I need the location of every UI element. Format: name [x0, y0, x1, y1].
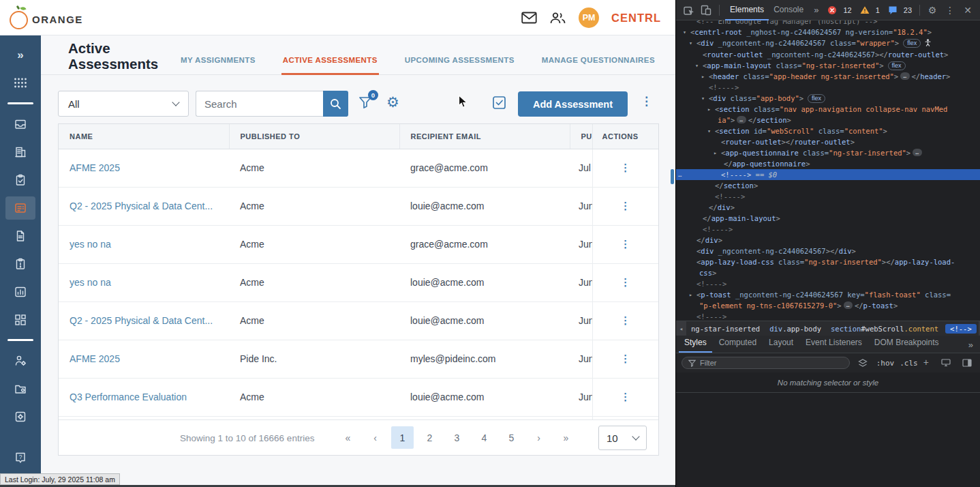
sidebar-item-widgets[interactable]	[5, 308, 35, 331]
dom-tree-line[interactable]: ▸<section class="nav app-navigation coll…	[676, 104, 980, 115]
assessment-name-link[interactable]: Q2 - 2025 Physical & Data Cent...	[70, 315, 213, 326]
sidebar-item-upcoming[interactable]	[5, 252, 35, 276]
assessment-name-link[interactable]: AFME 2025	[70, 162, 120, 173]
devtools-close-icon[interactable]: ✕	[960, 2, 976, 18]
dom-tree-line[interactable]: </section>	[676, 180, 980, 191]
first-page-button[interactable]: «	[337, 426, 359, 449]
styles-tab-event-listeners[interactable]: Event Listeners	[800, 334, 868, 353]
sidebar-item-organizations[interactable]	[5, 141, 35, 164]
expand-arrow-closed-icon[interactable]: ▸	[707, 104, 715, 115]
filter-dropdown[interactable]: All	[58, 91, 189, 117]
sidebar-item-apps[interactable]	[5, 72, 35, 95]
device-toolbar-icon[interactable]	[699, 2, 714, 18]
contacts-icon[interactable]	[549, 12, 566, 25]
dom-tree-line[interactable]: <!---->	[676, 191, 980, 202]
dom-tree-line[interactable]: <router-outlet _ngcontent-ng-c2440624567…	[676, 49, 980, 60]
row-actions-kebab-icon[interactable]: ⋮	[620, 276, 630, 288]
prev-page-button[interactable]: ‹	[364, 426, 386, 449]
sidebar-item-help[interactable]: ?	[5, 446, 35, 469]
dom-tree-line[interactable]: <!---->	[676, 224, 980, 235]
dom-tree-line[interactable]: ia">…</section>	[676, 115, 980, 126]
avatar[interactable]: PM	[579, 8, 599, 28]
assessment-name-link[interactable]: AFME 2025	[70, 353, 120, 364]
sidebar-item-user-settings[interactable]	[5, 349, 35, 372]
styles-more-tabs-icon[interactable]: »	[968, 340, 977, 353]
flex-badge[interactable]: flex	[903, 39, 921, 48]
dom-tree-line[interactable]: css>	[676, 267, 980, 278]
dom-tree-line[interactable]: <!---->	[676, 311, 980, 321]
search-button[interactable]	[323, 91, 348, 117]
dom-tree-line[interactable]: ▸<p-toast _ngcontent-ng-c2440624567 key=…	[676, 289, 980, 300]
dom-tree-line[interactable]: <!---->	[676, 278, 980, 289]
assessment-name-link[interactable]: yes no na	[70, 277, 111, 288]
dom-tree-line[interactable]: ▾<centrl-root _nghost-ng-c2440624567 ng-…	[676, 27, 980, 38]
page-button-1[interactable]: 1	[391, 426, 414, 449]
dom-tree-line[interactable]: ▾<div class="app-body">flex	[676, 93, 980, 104]
mail-icon[interactable]	[521, 12, 537, 24]
breadcrumb-item[interactable]: div.app-body	[765, 325, 826, 333]
bulk-select-button[interactable]	[492, 95, 506, 113]
rendering-emulation-icon[interactable]	[938, 355, 954, 371]
breadcrumb-item-selected[interactable]: <!-->	[945, 324, 977, 334]
collapsed-content-ellipsis-icon[interactable]: …	[844, 301, 853, 309]
dom-tree-line[interactable]: <!---->	[676, 82, 980, 93]
dom-tree-line[interactable]: ▾<app-main-layout class="ng-star-inserte…	[676, 60, 980, 71]
sidebar-item-app-settings[interactable]	[5, 405, 35, 428]
assessment-name-link[interactable]: Q3 Performance Evaluation	[70, 392, 187, 402]
vertical-scrollbar-thumb[interactable]	[671, 169, 674, 184]
styles-tab-styles[interactable]: Styles	[679, 334, 712, 353]
row-actions-kebab-icon[interactable]: ⋮	[620, 200, 630, 211]
breadcrumb-item[interactable]: ng-star-inserted	[686, 325, 765, 333]
page-size-select[interactable]: 10	[598, 426, 647, 450]
add-assessment-button[interactable]: Add Assessment	[518, 91, 628, 117]
dom-tree-line[interactable]: ▾<section id="webScroll" class="content"…	[676, 126, 980, 136]
sidebar-item-assignments[interactable]	[5, 168, 35, 192]
row-actions-kebab-icon[interactable]: ⋮	[620, 391, 630, 402]
dom-tree-line[interactable]: <app-lazy-load-css class="ng-star-insert…	[676, 256, 980, 267]
tab-my-assignments[interactable]: MY ASSIGNMENTS	[179, 56, 257, 75]
dom-tree-line[interactable]: </div>	[676, 235, 980, 246]
next-page-button[interactable]: ›	[527, 426, 550, 449]
toggle-class-editor[interactable]: .cls	[900, 359, 918, 368]
page-button-2[interactable]: 2	[418, 426, 441, 449]
orange-logo[interactable]: ORANGE	[10, 7, 83, 29]
issues-icon[interactable]	[885, 2, 901, 18]
sidebar-item-inbox[interactable]	[5, 113, 35, 136]
inspect-element-icon[interactable]	[682, 2, 696, 18]
sidebar-item-analytics[interactable]	[5, 280, 35, 304]
dom-tree-line[interactable]: <!-- End Google Tag Manager (noscript) -…	[676, 20, 980, 27]
row-actions-kebab-icon[interactable]: ⋮	[620, 162, 630, 173]
element-state-layers-icon[interactable]	[855, 355, 871, 371]
breadcrumb-item[interactable]: section#webScroll.content	[826, 325, 943, 333]
expand-arrow-closed-icon[interactable]: ▸	[714, 147, 721, 158]
panel-layout-icon[interactable]	[959, 355, 975, 371]
filter-funnel-button[interactable]: 0	[358, 95, 373, 113]
sidebar-item-documents[interactable]	[5, 224, 35, 248]
search-input[interactable]	[196, 91, 323, 117]
flex-badge[interactable]: flex	[808, 94, 825, 103]
toggle-hover-state[interactable]: :hov	[876, 359, 895, 368]
flex-badge[interactable]: flex	[888, 61, 906, 70]
dom-tree-line[interactable]: <div _ngcontent-ng-c2440624567></div>	[676, 246, 980, 256]
dom-tree-line[interactable]: ▸<app-questionnaire class="ng-star-inser…	[676, 147, 980, 158]
expand-arrow-open-icon[interactable]: ▾	[689, 38, 696, 48]
warning-icon[interactable]	[857, 2, 873, 18]
collapsed-content-ellipsis-icon[interactable]: …	[900, 72, 909, 80]
dom-tree-line[interactable]: ▾<div _ngcontent-ng-c2440624567 class="w…	[676, 38, 980, 49]
new-style-rule-icon[interactable]: +	[923, 357, 929, 368]
styles-filter-input[interactable]: Filter	[682, 357, 850, 369]
sidebar-item-folder-settings[interactable]	[5, 377, 35, 400]
tab-active-assessments[interactable]: ACTIVE ASSESSMENTS	[281, 56, 379, 75]
error-icon[interactable]	[824, 2, 840, 18]
collapsed-content-ellipsis-icon[interactable]: …	[913, 149, 921, 156]
assessment-name-link[interactable]: Q2 - 2025 Physical & Data Cent...	[70, 201, 213, 211]
tab-upcoming-assessments[interactable]: UPCOMING ASSESSMENTS	[403, 56, 516, 75]
more-tabs-icon[interactable]: »	[811, 5, 821, 15]
devtools-kebab-menu-icon[interactable]: ⋮	[942, 2, 958, 18]
page-button-3[interactable]: 3	[446, 426, 468, 449]
dom-tree-line[interactable]: </app-questionnaire>	[676, 158, 980, 169]
breadcrumb-scroll-left-icon[interactable]: ◂	[676, 321, 686, 336]
expand-arrow-open-icon[interactable]: ▾	[707, 126, 715, 136]
row-actions-kebab-icon[interactable]: ⋮	[620, 238, 630, 250]
collapsed-content-ellipsis-icon[interactable]: …	[737, 116, 746, 123]
